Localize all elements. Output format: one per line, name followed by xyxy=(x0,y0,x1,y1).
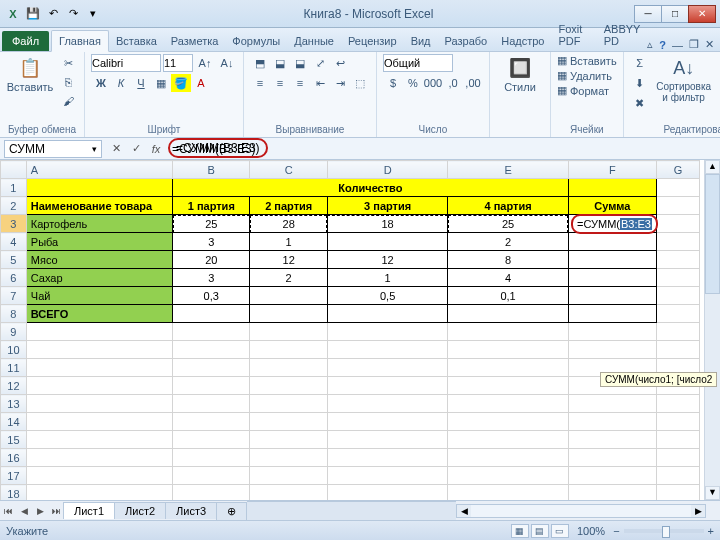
cell[interactable] xyxy=(568,305,656,323)
cell[interactable]: 0,3 xyxy=(173,287,250,305)
cancel-formula-icon[interactable]: ✕ xyxy=(106,140,126,158)
row-header-7[interactable]: 7 xyxy=(1,287,27,305)
row-header-6[interactable]: 6 xyxy=(1,269,27,287)
align-center-icon[interactable]: ≡ xyxy=(270,74,290,92)
cell[interactable]: 1 xyxy=(327,269,447,287)
new-sheet-button[interactable]: ⊕ xyxy=(216,502,247,520)
cell[interactable] xyxy=(656,323,699,341)
undo-icon[interactable]: ↶ xyxy=(44,5,62,23)
cell[interactable] xyxy=(173,395,250,413)
row-header-5[interactable]: 5 xyxy=(1,251,27,269)
cell[interactable] xyxy=(250,467,327,485)
cell[interactable]: 20 xyxy=(173,251,250,269)
font-color-icon[interactable]: A xyxy=(191,74,211,92)
row-header-12[interactable]: 12 xyxy=(1,377,27,395)
cell[interactable] xyxy=(250,431,327,449)
cell[interactable] xyxy=(250,341,327,359)
increase-font-icon[interactable]: A↑ xyxy=(195,54,215,72)
cell[interactable] xyxy=(448,359,568,377)
cell[interactable] xyxy=(327,431,447,449)
cell[interactable] xyxy=(250,323,327,341)
vertical-scrollbar[interactable]: ▲ ▼ xyxy=(704,160,720,500)
scroll-down-icon[interactable]: ▼ xyxy=(705,486,720,500)
cell[interactable] xyxy=(656,287,699,305)
cell[interactable] xyxy=(448,377,568,395)
cell[interactable] xyxy=(568,467,656,485)
scroll-thumb[interactable] xyxy=(705,174,720,294)
delete-cells-button[interactable]: ▦Удалить xyxy=(557,69,617,82)
row-header-17[interactable]: 17 xyxy=(1,467,27,485)
page-layout-view-icon[interactable]: ▤ xyxy=(531,524,549,538)
tab-abbyy[interactable]: ABBYY PD xyxy=(597,19,648,51)
bold-icon[interactable]: Ж xyxy=(91,74,111,92)
enter-formula-icon[interactable]: ✓ xyxy=(126,140,146,158)
row-header-9[interactable]: 9 xyxy=(1,323,27,341)
redo-icon[interactable]: ↷ xyxy=(64,5,82,23)
comma-icon[interactable]: 000 xyxy=(423,74,443,92)
doc-restore-icon[interactable]: ❐ xyxy=(689,38,699,51)
cell[interactable] xyxy=(568,395,656,413)
cell[interactable]: 28 xyxy=(250,215,327,233)
cell[interactable] xyxy=(173,449,250,467)
close-button[interactable]: ✕ xyxy=(688,5,716,23)
cell[interactable] xyxy=(26,413,172,431)
col-header-f[interactable]: F xyxy=(568,161,656,179)
cell[interactable]: 0,5 xyxy=(327,287,447,305)
row-header-11[interactable]: 11 xyxy=(1,359,27,377)
tab-layout[interactable]: Разметка xyxy=(164,31,226,51)
cell[interactable] xyxy=(26,395,172,413)
insert-cells-button[interactable]: ▦Вставить xyxy=(557,54,617,67)
cell[interactable] xyxy=(250,305,327,323)
number-format-input[interactable] xyxy=(383,54,453,72)
cell[interactable] xyxy=(568,341,656,359)
cell[interactable] xyxy=(327,359,447,377)
cell[interactable] xyxy=(568,431,656,449)
cell[interactable]: 18 xyxy=(327,215,447,233)
cell[interactable] xyxy=(26,179,172,197)
cell[interactable]: 1 xyxy=(250,233,327,251)
cell[interactable]: Наименование товара xyxy=(26,197,172,215)
cell[interactable] xyxy=(250,485,327,501)
cell[interactable] xyxy=(250,359,327,377)
zoom-in-icon[interactable]: + xyxy=(708,525,714,537)
zoom-level[interactable]: 100% xyxy=(577,525,605,537)
row-header-13[interactable]: 13 xyxy=(1,395,27,413)
help-icon[interactable]: ? xyxy=(659,39,666,51)
cell[interactable] xyxy=(568,251,656,269)
cell[interactable] xyxy=(327,377,447,395)
cell[interactable] xyxy=(26,485,172,501)
cell[interactable]: 3 партия xyxy=(327,197,447,215)
dec-decimal-icon[interactable]: ,00 xyxy=(463,74,483,92)
cell[interactable]: 3 xyxy=(173,233,250,251)
cell[interactable]: Сумма xyxy=(568,197,656,215)
cell[interactable]: Чай xyxy=(26,287,172,305)
cell[interactable] xyxy=(327,305,447,323)
format-cells-button[interactable]: ▦Формат xyxy=(557,84,617,97)
tab-data[interactable]: Данные xyxy=(287,31,341,51)
percent-icon[interactable]: % xyxy=(403,74,423,92)
cell[interactable]: 2 партия xyxy=(250,197,327,215)
sheet-next-icon[interactable]: ▶ xyxy=(32,506,48,516)
cell[interactable] xyxy=(448,395,568,413)
cell[interactable] xyxy=(568,179,656,197)
cell[interactable] xyxy=(250,395,327,413)
file-tab[interactable]: Файл xyxy=(2,31,49,51)
align-top-icon[interactable]: ⬒ xyxy=(250,54,270,72)
paste-button[interactable]: 📋 Вставить xyxy=(6,54,54,95)
cell[interactable] xyxy=(327,341,447,359)
sheet-first-icon[interactable]: ⏮ xyxy=(0,506,16,516)
cell[interactable]: 8 xyxy=(448,251,568,269)
cell[interactable] xyxy=(327,467,447,485)
cell[interactable] xyxy=(656,233,699,251)
cell[interactable] xyxy=(448,467,568,485)
cell[interactable] xyxy=(656,341,699,359)
zoom-slider[interactable] xyxy=(624,529,704,533)
cell[interactable] xyxy=(448,305,568,323)
row-header-8[interactable]: 8 xyxy=(1,305,27,323)
increase-indent-icon[interactable]: ⇥ xyxy=(330,74,350,92)
cell[interactable]: 0,1 xyxy=(448,287,568,305)
name-box[interactable]: СУММ▾ xyxy=(4,140,102,158)
worksheet-grid[interactable]: A B C D E F G 1 Количество 2 Наименовани… xyxy=(0,160,720,500)
cell[interactable] xyxy=(568,449,656,467)
cell[interactable] xyxy=(448,449,568,467)
